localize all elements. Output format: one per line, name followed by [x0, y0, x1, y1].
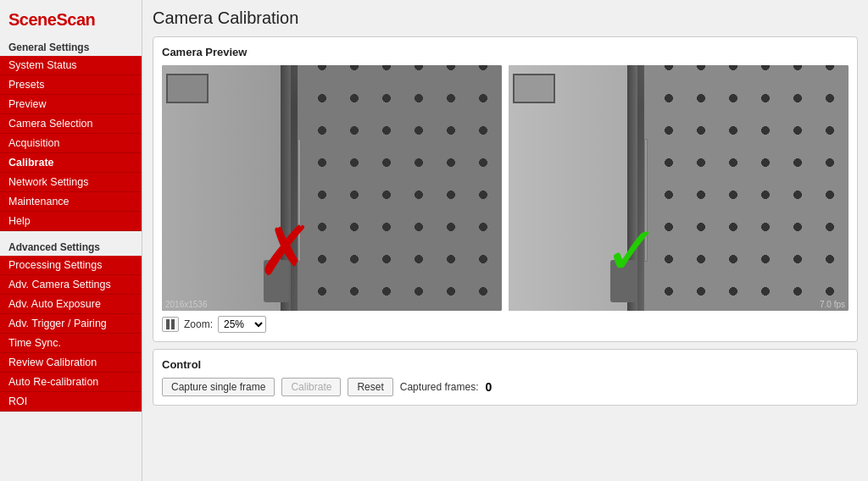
sidebar: SceneScan General Settings System Status…: [0, 0, 142, 481]
main-content: Camera Calibration Camera Preview ✗ 2016…: [142, 0, 868, 481]
sidebar-item-acquisition[interactable]: Acquisition: [0, 134, 142, 153]
pause-bar-1: [166, 319, 170, 329]
sidebar-item-auto-recalibration[interactable]: Auto Re-calibration: [0, 373, 142, 392]
captured-frames-value: 0: [486, 380, 492, 394]
general-settings-header: General Settings: [0, 36, 142, 56]
right-scene-bg: [509, 65, 849, 311]
preview-controls: Zoom: 25%50%75%100%: [162, 316, 849, 333]
right-mark: ✓: [604, 218, 660, 285]
left-scene-bg: [162, 65, 502, 311]
left-camera-view: ✗ 2016x1536: [162, 65, 502, 311]
fps-label: 7.0 fps: [820, 300, 845, 309]
control-panel-title: Control: [162, 358, 849, 371]
sidebar-item-adv-trigger-pairing[interactable]: Adv. Trigger / Pairing: [0, 314, 142, 334]
reset-button[interactable]: Reset: [348, 378, 392, 396]
zoom-label: Zoom:: [184, 318, 213, 330]
sidebar-item-processing-settings[interactable]: Processing Settings: [0, 256, 142, 275]
pause-button[interactable]: [162, 317, 179, 332]
control-panel: Control Capture single frame Calibrate R…: [153, 349, 858, 406]
sidebar-item-system-status[interactable]: System Status: [0, 56, 142, 75]
capture-single-frame-button[interactable]: Capture single frame: [162, 378, 275, 396]
pause-bar-2: [171, 319, 175, 329]
resolution-label: 2016x1536: [165, 300, 208, 309]
page-title: Camera Calibration: [153, 8, 858, 28]
dots-overlay-left: [298, 65, 502, 311]
sidebar-item-maintenance[interactable]: Maintenance: [0, 192, 142, 212]
zoom-select[interactable]: 25%50%75%100%: [218, 316, 266, 333]
calibrate-button[interactable]: Calibrate: [281, 378, 341, 396]
advanced-settings-header: Advanced Settings: [0, 236, 142, 256]
app-logo: SceneScan: [0, 0, 142, 36]
sidebar-item-help[interactable]: Help: [0, 212, 142, 231]
sidebar-item-calibrate[interactable]: Calibrate: [0, 153, 142, 173]
camera-preview-panel: Camera Preview ✗ 2016x1536: [153, 36, 858, 342]
sidebar-item-adv-auto-exposure[interactable]: Adv. Auto Exposure: [0, 295, 142, 314]
captured-frames-label: Captured frames:: [400, 381, 479, 393]
sidebar-item-adv-camera-settings[interactable]: Adv. Camera Settings: [0, 275, 142, 295]
sidebar-item-roi[interactable]: ROI: [0, 392, 142, 412]
sidebar-item-preview[interactable]: Preview: [0, 95, 142, 114]
camera-preview-area: ✗ 2016x1536 ✓ 7.0 fps: [162, 65, 849, 311]
control-row: Capture single frame Calibrate Reset Cap…: [162, 378, 849, 396]
sidebar-item-presets[interactable]: Presets: [0, 75, 142, 95]
sidebar-item-network-settings[interactable]: Network Settings: [0, 173, 142, 192]
logo-part2: Scan: [56, 10, 95, 29]
camera-preview-title: Camera Preview: [162, 46, 849, 58]
advanced-nav: Processing SettingsAdv. Camera SettingsA…: [0, 256, 142, 412]
dots-overlay-right: [644, 65, 849, 311]
sidebar-item-review-calibration[interactable]: Review Calibration: [0, 353, 142, 373]
right-camera-view: ✓ 7.0 fps: [509, 65, 849, 311]
frame-object-right: [513, 74, 555, 103]
frame-object-left: [166, 74, 209, 103]
sidebar-item-camera-selection[interactable]: Camera Selection: [0, 114, 142, 134]
logo-part1: Scene: [8, 10, 56, 29]
general-nav: System StatusPresetsPreviewCamera Select…: [0, 56, 142, 231]
left-mark: ✗: [257, 218, 314, 285]
sidebar-item-time-sync[interactable]: Time Sync.: [0, 334, 142, 353]
